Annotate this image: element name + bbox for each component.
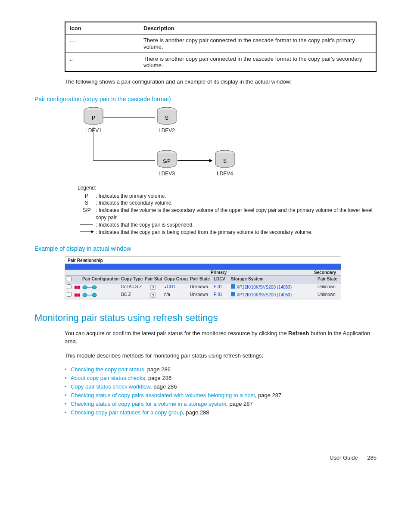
table-row: Cnt Ac-S Z ? ⬥CG1 Unknown F:81 XP12K/10K… bbox=[65, 283, 341, 291]
legend-title: Legend: bbox=[78, 184, 377, 192]
table-row: .... There is another copy pair connecte… bbox=[65, 34, 376, 53]
storage-link[interactable]: XP12K/10K/SVS200 (14053) bbox=[229, 291, 316, 299]
svg-point-21 bbox=[83, 293, 87, 297]
connector-arrow bbox=[177, 160, 212, 161]
col-pair-state[interactable]: Pair State bbox=[188, 276, 212, 283]
ldev-link[interactable]: F:81 bbox=[212, 283, 229, 291]
svg-rect-19 bbox=[75, 294, 77, 296]
connector-line bbox=[103, 117, 155, 118]
section-p1: You can acquire or confirm the latest pa… bbox=[65, 330, 377, 346]
select-all-checkbox[interactable] bbox=[67, 277, 72, 281]
section-p2: This module describes methods for monito… bbox=[65, 352, 377, 360]
footer-title: User Guide bbox=[330, 454, 358, 461]
copy-group-link[interactable]: ⬥CG1 bbox=[162, 283, 188, 291]
row-checkbox[interactable] bbox=[67, 292, 72, 297]
cyl-label: LDEV3 bbox=[155, 171, 178, 177]
cell-icon: .... bbox=[65, 34, 139, 53]
ss-title: Pair Relationship bbox=[65, 257, 341, 264]
intro-text: The following shows a pair configuration… bbox=[65, 78, 377, 86]
cell-desc: There is another copy pair connected in … bbox=[139, 34, 377, 53]
pair-relationship-screenshot: Pair Relationship Primary Secondary Pair… bbox=[65, 256, 341, 299]
connector-line bbox=[93, 127, 93, 160]
th-desc: Description bbox=[139, 22, 377, 34]
cyl-label: LDEV2 bbox=[155, 128, 178, 134]
table-row: BC Z ? n/a Unknown F:81 XP12K/10K/SVS200… bbox=[65, 291, 341, 299]
col-ldev[interactable]: LDEV bbox=[212, 276, 229, 283]
svg-text:P: P bbox=[92, 115, 95, 121]
doc-link[interactable]: Checking status of copy pairs associated… bbox=[71, 392, 255, 398]
cylinder-icon: S/P bbox=[156, 150, 177, 170]
svg-text:S/P: S/P bbox=[163, 159, 171, 164]
doc-link[interactable]: Copy pair status check workflow bbox=[71, 383, 150, 390]
ss-bluebar bbox=[65, 264, 341, 270]
col-copy-type[interactable]: Copy Type bbox=[119, 276, 143, 283]
pair-glyph-icon bbox=[73, 283, 81, 291]
table-row: .. There is another copy pair connected … bbox=[65, 53, 376, 72]
cyl-label: LDEV4 bbox=[213, 171, 237, 177]
cell-desc: There is another copy pair connected in … bbox=[139, 53, 377, 72]
svg-rect-12 bbox=[78, 286, 80, 289]
col-sec-pair-state[interactable]: Pair State bbox=[316, 276, 341, 283]
col-storage-system[interactable]: Storage System bbox=[229, 276, 316, 283]
storage-link[interactable]: XP12K/10K/SVS200 (14053) bbox=[229, 283, 316, 291]
status-unknown-icon: ? bbox=[143, 283, 162, 291]
storage-icon bbox=[231, 292, 235, 296]
svg-rect-20 bbox=[78, 294, 80, 296]
pair-glyph-icon bbox=[73, 291, 81, 299]
list-item: Checking status of copy pairs associated… bbox=[65, 392, 377, 398]
pair-config-icon bbox=[81, 291, 119, 299]
svg-text:?: ? bbox=[152, 286, 154, 290]
caption-pair-config: Pair configuration (copy pair in the cas… bbox=[34, 96, 377, 103]
list-item: Checking status of copy pairs for a volu… bbox=[65, 401, 377, 407]
list-item: Checking copy pair statuses for a copy g… bbox=[65, 409, 377, 416]
col-copy-group[interactable]: Copy Group bbox=[162, 276, 188, 283]
pair-config-diagram: P LDEV1 S LDEV2 S/P LDEV3 S bbox=[78, 107, 377, 184]
footer-page-number: 285 bbox=[367, 454, 377, 461]
list-item: About copy pair status checks, page 286 bbox=[65, 375, 377, 381]
doc-link[interactable]: About copy pair status checks bbox=[71, 375, 145, 381]
legend-line-icon bbox=[78, 221, 96, 229]
doc-link[interactable]: Checking the copy pair status bbox=[71, 366, 144, 373]
cell-icon: .. bbox=[65, 53, 139, 72]
section-heading: Monitoring pair status using refresh set… bbox=[34, 312, 377, 324]
svg-point-23 bbox=[92, 293, 97, 297]
icon-description-table: Icon Description .... There is another c… bbox=[65, 22, 377, 72]
svg-text:S: S bbox=[223, 158, 227, 164]
cylinder-icon: S bbox=[156, 107, 177, 127]
svg-marker-10 bbox=[91, 230, 94, 233]
pair-config-icon bbox=[81, 283, 119, 291]
svg-text:S: S bbox=[165, 115, 168, 121]
storage-icon bbox=[231, 284, 235, 289]
svg-rect-11 bbox=[75, 286, 77, 289]
caption-example-window: Example of display in actual window bbox=[34, 245, 377, 252]
svg-text:?: ? bbox=[152, 293, 154, 298]
cylinder-icon: P bbox=[83, 107, 104, 127]
doc-link[interactable]: Checking status of copy pairs for a volu… bbox=[71, 401, 226, 407]
ldev-link[interactable]: F:81 bbox=[212, 291, 229, 299]
row-checkbox[interactable] bbox=[67, 284, 72, 289]
cyl-label: LDEV1 bbox=[82, 128, 105, 134]
svg-rect-18 bbox=[231, 284, 235, 289]
connector-line bbox=[93, 160, 155, 161]
cylinder-icon: S bbox=[214, 150, 236, 170]
th-icon: Icon bbox=[65, 22, 139, 34]
col-pair-config[interactable]: Pair Configuration▽ bbox=[81, 276, 119, 283]
list-item: Copy pair status check workflow, page 28… bbox=[65, 383, 377, 390]
legend-arrow-icon bbox=[78, 229, 96, 236]
page-footer: User Guide 285 bbox=[34, 454, 377, 461]
svg-point-13 bbox=[83, 286, 87, 289]
svg-rect-26 bbox=[231, 292, 235, 296]
status-unknown-icon: ? bbox=[143, 291, 162, 299]
list-item: Checking the copy pair status, page 286 bbox=[65, 366, 377, 373]
doc-link[interactable]: Checking copy pair statuses for a copy g… bbox=[71, 409, 183, 416]
svg-point-15 bbox=[92, 286, 97, 289]
legend: Legend: P: Indicates the primary volume.… bbox=[78, 184, 377, 236]
links-list: Checking the copy pair status, page 286 … bbox=[65, 366, 377, 416]
col-pair-status[interactable]: Pair Status bbox=[143, 276, 162, 283]
